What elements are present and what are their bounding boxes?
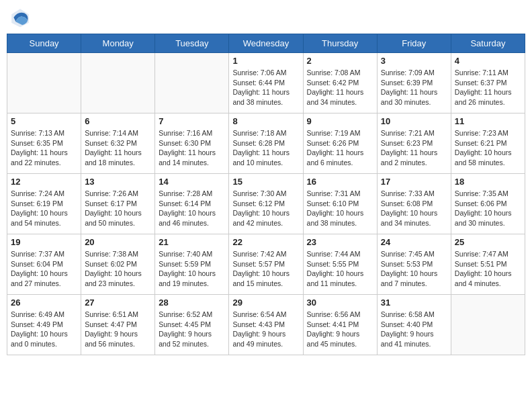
day-header-friday: Friday (377, 34, 451, 53)
calendar-day-cell (81, 53, 155, 113)
day-info: Sunrise: 7:38 AMSunset: 6:02 PMDaylight:… (85, 249, 151, 289)
calendar-day-cell (155, 53, 229, 113)
day-info: Sunrise: 7:09 AMSunset: 6:39 PMDaylight:… (381, 68, 447, 107)
day-number: 6 (85, 116, 151, 126)
day-info: Sunrise: 7:30 AMSunset: 6:12 PMDaylight:… (232, 189, 299, 228)
day-number: 25 (455, 237, 521, 247)
day-info: Sunrise: 7:24 AMSunset: 6:19 PMDaylight:… (11, 189, 77, 228)
day-number: 16 (307, 177, 373, 187)
calendar-week-row: 1Sunrise: 7:06 AMSunset: 6:44 PMDaylight… (7, 53, 525, 113)
calendar-day-cell: 9Sunrise: 7:19 AMSunset: 6:26 PMDaylight… (303, 113, 377, 174)
calendar-day-cell: 21Sunrise: 7:40 AMSunset: 5:59 PMDayligh… (155, 234, 229, 295)
calendar-day-cell: 17Sunrise: 7:33 AMSunset: 6:08 PMDayligh… (377, 174, 451, 234)
day-number: 19 (11, 237, 77, 247)
day-info: Sunrise: 7:13 AMSunset: 6:35 PMDaylight:… (11, 128, 77, 168)
calendar-day-cell: 12Sunrise: 7:24 AMSunset: 6:19 PMDayligh… (7, 174, 81, 234)
day-info: Sunrise: 7:35 AMSunset: 6:06 PMDaylight:… (455, 189, 521, 228)
calendar-day-cell: 22Sunrise: 7:42 AMSunset: 5:57 PMDayligh… (229, 234, 303, 295)
day-number: 29 (232, 298, 299, 308)
day-info: Sunrise: 6:54 AMSunset: 4:43 PMDaylight:… (232, 310, 299, 349)
day-number: 20 (85, 237, 151, 247)
day-info: Sunrise: 6:49 AMSunset: 4:49 PMDaylight:… (11, 310, 77, 349)
day-number: 9 (307, 116, 373, 126)
calendar-day-cell: 23Sunrise: 7:44 AMSunset: 5:55 PMDayligh… (303, 234, 377, 295)
day-number: 10 (381, 116, 447, 126)
calendar-day-cell: 18Sunrise: 7:35 AMSunset: 6:06 PMDayligh… (451, 174, 525, 234)
day-number: 27 (85, 298, 151, 308)
calendar-day-cell: 5Sunrise: 7:13 AMSunset: 6:35 PMDaylight… (7, 113, 81, 174)
calendar-day-cell: 2Sunrise: 7:08 AMSunset: 6:42 PMDaylight… (303, 53, 377, 113)
calendar-day-cell: 19Sunrise: 7:37 AMSunset: 6:04 PMDayligh… (7, 234, 81, 295)
day-number: 12 (11, 177, 77, 187)
day-info: Sunrise: 7:42 AMSunset: 5:57 PMDaylight:… (232, 249, 299, 289)
day-info: Sunrise: 7:26 AMSunset: 6:17 PMDaylight:… (85, 189, 151, 228)
calendar-week-row: 26Sunrise: 6:49 AMSunset: 4:49 PMDayligh… (7, 295, 525, 355)
calendar-day-cell: 14Sunrise: 7:28 AMSunset: 6:14 PMDayligh… (155, 174, 229, 234)
day-info: Sunrise: 7:33 AMSunset: 6:08 PMDaylight:… (381, 189, 447, 228)
calendar-day-cell: 20Sunrise: 7:38 AMSunset: 6:02 PMDayligh… (81, 234, 155, 295)
day-info: Sunrise: 6:58 AMSunset: 4:40 PMDaylight:… (381, 310, 447, 349)
day-number: 5 (11, 116, 77, 126)
calendar-day-cell: 25Sunrise: 7:47 AMSunset: 5:51 PMDayligh… (451, 234, 525, 295)
day-info: Sunrise: 7:21 AMSunset: 6:23 PMDaylight:… (381, 128, 447, 168)
calendar-week-row: 5Sunrise: 7:13 AMSunset: 6:35 PMDaylight… (7, 113, 525, 174)
day-header-tuesday: Tuesday (155, 34, 229, 53)
day-info: Sunrise: 6:51 AMSunset: 4:47 PMDaylight:… (85, 310, 151, 349)
calendar-day-cell: 15Sunrise: 7:30 AMSunset: 6:12 PMDayligh… (229, 174, 303, 234)
day-info: Sunrise: 7:47 AMSunset: 5:51 PMDaylight:… (455, 249, 521, 289)
calendar-day-cell: 13Sunrise: 7:26 AMSunset: 6:17 PMDayligh… (81, 174, 155, 234)
calendar-day-cell: 3Sunrise: 7:09 AMSunset: 6:39 PMDaylight… (377, 53, 451, 113)
day-number: 11 (455, 116, 521, 126)
day-info: Sunrise: 7:14 AMSunset: 6:32 PMDaylight:… (85, 128, 151, 168)
day-info: Sunrise: 7:08 AMSunset: 6:42 PMDaylight:… (307, 68, 373, 107)
day-number: 23 (307, 237, 373, 247)
day-number: 13 (85, 177, 151, 187)
calendar-day-cell (451, 295, 525, 355)
calendar-day-cell: 31Sunrise: 6:58 AMSunset: 4:40 PMDayligh… (377, 295, 451, 355)
calendar-day-cell: 1Sunrise: 7:06 AMSunset: 6:44 PMDaylight… (229, 53, 303, 113)
day-number: 31 (381, 298, 447, 308)
day-number: 4 (455, 56, 521, 66)
calendar-day-cell: 6Sunrise: 7:14 AMSunset: 6:32 PMDaylight… (81, 113, 155, 174)
calendar-day-cell: 4Sunrise: 7:11 AMSunset: 6:37 PMDaylight… (451, 53, 525, 113)
day-header-wednesday: Wednesday (229, 34, 303, 53)
day-header-sunday: Sunday (7, 34, 81, 53)
day-number: 18 (455, 177, 521, 187)
calendar-day-cell: 24Sunrise: 7:45 AMSunset: 5:53 PMDayligh… (377, 234, 451, 295)
calendar-day-cell: 16Sunrise: 7:31 AMSunset: 6:10 PMDayligh… (303, 174, 377, 234)
page-header (7, 7, 525, 28)
day-info: Sunrise: 7:45 AMSunset: 5:53 PMDaylight:… (381, 249, 447, 289)
day-info: Sunrise: 7:31 AMSunset: 6:10 PMDaylight:… (307, 189, 373, 228)
logo (9, 7, 34, 28)
calendar-body: 1Sunrise: 7:06 AMSunset: 6:44 PMDaylight… (7, 53, 525, 355)
day-info: Sunrise: 7:18 AMSunset: 6:28 PMDaylight:… (232, 128, 299, 168)
day-number: 15 (232, 177, 299, 187)
calendar-day-cell: 11Sunrise: 7:23 AMSunset: 6:21 PMDayligh… (451, 113, 525, 174)
calendar-day-cell: 10Sunrise: 7:21 AMSunset: 6:23 PMDayligh… (377, 113, 451, 174)
calendar-day-cell: 26Sunrise: 6:49 AMSunset: 4:49 PMDayligh… (7, 295, 81, 355)
day-number: 7 (159, 116, 225, 126)
day-number: 2 (307, 56, 373, 66)
day-number: 22 (232, 237, 299, 247)
calendar-header: SundayMondayTuesdayWednesdayThursdayFrid… (7, 34, 525, 53)
day-number: 30 (307, 298, 373, 308)
day-info: Sunrise: 6:56 AMSunset: 4:41 PMDaylight:… (307, 310, 373, 349)
calendar-table: SundayMondayTuesdayWednesdayThursdayFrid… (7, 34, 525, 355)
calendar-day-cell (7, 53, 81, 113)
day-number: 8 (232, 116, 299, 126)
day-number: 26 (11, 298, 77, 308)
calendar-day-cell: 28Sunrise: 6:52 AMSunset: 4:45 PMDayligh… (155, 295, 229, 355)
day-header-monday: Monday (81, 34, 155, 53)
day-info: Sunrise: 7:19 AMSunset: 6:26 PMDaylight:… (307, 128, 373, 168)
day-info: Sunrise: 7:11 AMSunset: 6:37 PMDaylight:… (455, 68, 521, 107)
day-info: Sunrise: 6:52 AMSunset: 4:45 PMDaylight:… (159, 310, 225, 349)
calendar-day-cell: 7Sunrise: 7:16 AMSunset: 6:30 PMDaylight… (155, 113, 229, 174)
day-header-saturday: Saturday (451, 34, 525, 53)
day-number: 24 (381, 237, 447, 247)
day-info: Sunrise: 7:40 AMSunset: 5:59 PMDaylight:… (159, 249, 225, 289)
calendar-day-cell: 27Sunrise: 6:51 AMSunset: 4:47 PMDayligh… (81, 295, 155, 355)
day-info: Sunrise: 7:06 AMSunset: 6:44 PMDaylight:… (232, 68, 299, 107)
day-number: 14 (159, 177, 225, 187)
day-info: Sunrise: 7:16 AMSunset: 6:30 PMDaylight:… (159, 128, 225, 168)
logo-icon (9, 7, 31, 28)
